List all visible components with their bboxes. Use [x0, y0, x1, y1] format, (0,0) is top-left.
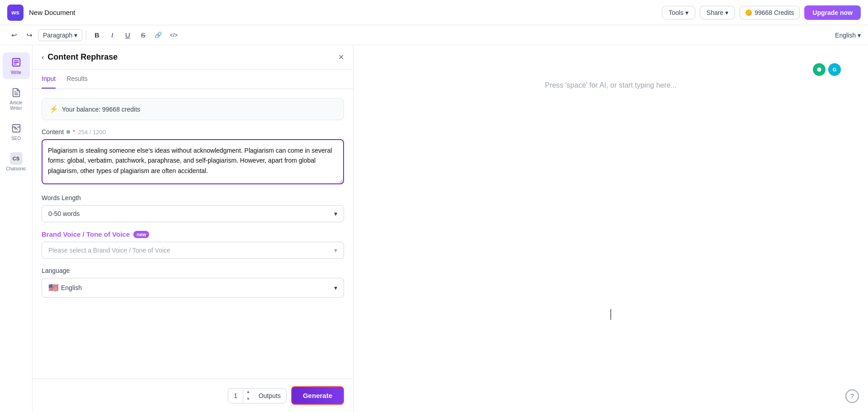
grammarly-icon[interactable]: G [828, 63, 841, 76]
new-badge: new [133, 231, 149, 238]
credits-label: 99668 Credits [755, 9, 794, 16]
gray-dot-icon [66, 130, 70, 134]
language-label: Language [42, 267, 344, 274]
words-length-wrapper: Words Length 0-50 words ▾ [42, 194, 344, 222]
credits-dot-icon [745, 9, 752, 16]
ai-green-icon[interactable] [813, 63, 826, 76]
tab-results[interactable]: Results [66, 70, 88, 89]
undo-button[interactable]: ↩ [7, 28, 21, 42]
language-chevron-icon: ▾ [858, 32, 861, 39]
chatsonic-icon: CS [10, 152, 23, 165]
language-select[interactable]: 🇺🇸 English ▾ [42, 278, 344, 298]
generate-label: Generate [303, 392, 332, 399]
code-icon: </> [170, 32, 178, 38]
content-count: 254 / 1200 [78, 129, 106, 136]
doc-title: New Document [29, 9, 75, 16]
svg-point-8 [817, 67, 821, 71]
side-panel: ‹ Content Rephrase ✕ Input Results ⚡ You… [33, 45, 354, 412]
sidebar-item-chatsonic[interactable]: CS Chatsonic [3, 149, 30, 175]
brand-voice-title: Brand Voice / Tone of Voice new [42, 230, 344, 238]
panel-content: ⚡ Your balance: 99668 credits Content * … [33, 89, 353, 379]
panel-header: ‹ Content Rephrase ✕ [33, 45, 353, 70]
language-label: English [835, 32, 856, 39]
article-writer-icon [10, 86, 23, 99]
redo-button[interactable]: ↪ [23, 28, 36, 42]
close-icon[interactable]: ✕ [338, 53, 344, 61]
upgrade-label: Upgrade now [812, 9, 853, 16]
app-logo: ws [7, 5, 24, 21]
link-button[interactable]: 🔗 [151, 28, 165, 42]
top-bar: ws New Document Tools ▾ Share ▾ 99668 Cr… [0, 0, 868, 25]
write-icon [10, 56, 23, 69]
panel-title: Content Rephrase [47, 52, 118, 62]
content-textarea[interactable] [42, 139, 344, 184]
bold-icon: B [94, 31, 99, 39]
outputs-control: 1 ▲ ▼ Outputs [228, 388, 287, 403]
panel-title-row: ‹ Content Rephrase [42, 52, 118, 62]
stepper-down-button[interactable]: ▼ [243, 396, 253, 403]
generate-button[interactable]: Generate [291, 386, 344, 405]
language-flag-icon: 🇺🇸 [48, 283, 58, 293]
help-icon[interactable]: ? [845, 389, 859, 403]
words-length-value: 0-50 words [48, 210, 80, 217]
editor-placeholder: Press 'space' for AI, or start typing he… [545, 81, 677, 89]
cursor-indicator [607, 309, 614, 322]
main-layout: Write Article Writer SEO CS Chatsonic [0, 45, 868, 412]
outputs-stepper: ▲ ▼ [243, 389, 253, 403]
brand-voice-select[interactable]: Please select a Brand Voice / Tone of Vo… [42, 242, 344, 259]
language-value: English [61, 284, 82, 291]
content-label: Content * 254 / 1200 [42, 128, 344, 136]
bolt-icon: ⚡ [49, 105, 58, 113]
brand-voice-wrapper: Brand Voice / Tone of Voice new Please s… [42, 230, 344, 259]
sidebar-item-seo[interactable]: SEO [3, 118, 30, 145]
seo-icon [10, 122, 23, 135]
language-chevron-icon: ▾ [334, 284, 337, 291]
strikethrough-icon: S [141, 31, 145, 39]
brand-voice-title-text: Brand Voice / Tone of Voice [42, 230, 130, 238]
seo-label: SEO [11, 136, 21, 141]
logo-text: ws [11, 9, 19, 16]
credits-badge: 99668 Credits [740, 6, 800, 19]
upgrade-button[interactable]: Upgrade now [804, 5, 861, 20]
asterisk-icon: * [73, 128, 75, 136]
paragraph-select[interactable]: Paragraph ▾ [38, 29, 82, 41]
toolbar-divider [86, 31, 86, 40]
balance-text: Your balance: 99668 credits [62, 106, 140, 113]
italic-button[interactable]: I [105, 28, 119, 42]
share-label: Share [707, 9, 723, 16]
tools-label: Tools [669, 9, 684, 16]
outputs-label: Outputs [253, 389, 286, 402]
back-icon[interactable]: ‹ [42, 53, 44, 61]
panel-tabs: Input Results [33, 70, 353, 89]
italic-icon: I [111, 31, 113, 39]
write-label: Write [11, 70, 21, 75]
undo-icon: ↩ [11, 31, 17, 39]
toolbar: ↩ ↪ Paragraph ▾ B I U S 🔗 </> English ▾ [0, 25, 868, 45]
words-length-label: Words Length [42, 194, 344, 201]
stepper-up-button[interactable]: ▲ [243, 389, 253, 396]
language-selector[interactable]: English ▾ [835, 32, 861, 39]
link-icon: 🔗 [155, 32, 162, 38]
tab-input[interactable]: Input [42, 70, 56, 89]
code-button[interactable]: </> [167, 28, 180, 42]
tools-chevron-icon: ▾ [685, 9, 689, 16]
words-length-select[interactable]: 0-50 words ▾ [42, 205, 344, 222]
underline-icon: U [125, 31, 130, 39]
brand-voice-placeholder: Please select a Brand Voice / Tone of Vo… [48, 247, 170, 254]
sidebar-item-write[interactable]: Write [3, 52, 30, 79]
share-chevron-icon: ▾ [725, 9, 728, 16]
strikethrough-button[interactable]: S [136, 28, 150, 42]
chatsonic-label: Chatsonic [6, 166, 26, 172]
brand-voice-chevron-icon: ▾ [334, 247, 337, 254]
content-label-text: Content [42, 128, 64, 136]
tools-button[interactable]: Tools ▾ [662, 6, 695, 19]
balance-box: ⚡ Your balance: 99668 credits [42, 98, 344, 120]
paragraph-label: Paragraph [43, 32, 72, 39]
share-button[interactable]: Share ▾ [700, 6, 735, 19]
sidebar-item-article-writer[interactable]: Article Writer [3, 83, 30, 115]
bold-button[interactable]: B [90, 28, 104, 42]
redo-icon: ↪ [27, 31, 33, 39]
words-length-chevron-icon: ▾ [334, 210, 337, 217]
underline-button[interactable]: U [121, 28, 134, 42]
editor-area[interactable]: G Press 'space' for AI, or start typing … [354, 45, 868, 412]
